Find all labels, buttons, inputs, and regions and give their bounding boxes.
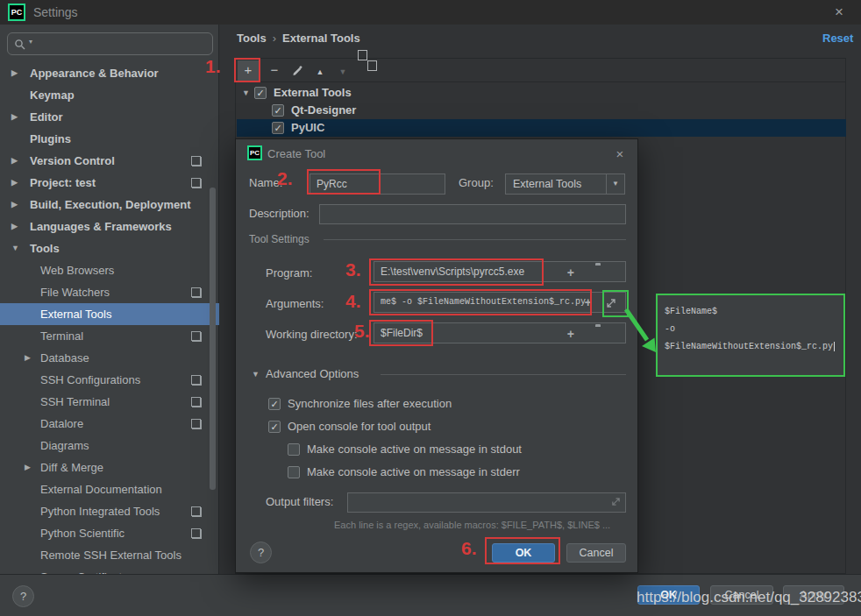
checkbox[interactable]: ✓ <box>268 398 281 410</box>
section-divider <box>324 239 626 240</box>
checkbox[interactable] <box>288 443 300 456</box>
expand-field-icon[interactable] <box>611 497 621 506</box>
checkbox-row-synchronize-files-after-execution[interactable]: ✓Synchronize files after execution <box>268 397 452 411</box>
sidebar-item-diff-merge[interactable]: ▶Diff & Merge <box>0 457 219 478</box>
sidebar-item-file-watchers[interactable]: File Watchers <box>0 281 219 303</box>
popup-line: -o <box>665 321 836 338</box>
annotation-step-1: 1. <box>205 56 221 77</box>
settings-search-input[interactable]: ▾ <box>7 32 213 55</box>
remove-tool-button[interactable]: − <box>264 60 285 81</box>
tree-row-external-tools[interactable]: ▼✓External Tools <box>237 84 846 102</box>
checkbox[interactable]: ✓ <box>268 421 281 433</box>
chevron-right-icon[interactable]: ▶ <box>11 172 18 194</box>
insert-macro-icon[interactable]: + <box>567 327 574 341</box>
sidebar-item-build-execution-deployment[interactable]: ▶Build, Execution, Deployment <box>0 194 219 216</box>
sidebar-item-label: Editor <box>30 110 63 124</box>
sidebar-item-project-test[interactable]: ▶Project: test <box>0 172 219 194</box>
tree-row-pyuic[interactable]: ✓PyUIC <box>237 119 846 137</box>
per-project-icon <box>191 397 202 407</box>
sidebar-item-ssh-terminal[interactable]: SSH Terminal <box>0 391 219 413</box>
sidebar-item-label: Python Scientific <box>40 527 125 540</box>
sidebar-item-tools[interactable]: ▼Tools <box>0 237 219 259</box>
sidebar-item-label: Languages & Frameworks <box>30 220 172 233</box>
chevron-right-icon[interactable]: ▶ <box>11 62 18 84</box>
text-cursor <box>834 342 835 351</box>
sidebar-item-languages-frameworks[interactable]: ▶Languages & Frameworks <box>0 216 219 237</box>
annotation-box-5 <box>369 320 433 346</box>
sidebar-item-version-control[interactable]: ▶Version Control <box>0 150 219 172</box>
group-label: Group: <box>459 176 494 189</box>
search-options-arrow-icon[interactable]: ▾ <box>29 38 32 46</box>
chevron-down-icon[interactable]: ▼ <box>606 174 624 194</box>
sidebar-item-database[interactable]: ▶Database <box>0 347 219 369</box>
sidebar-item-label: Tools <box>30 242 60 255</box>
description-input[interactable] <box>319 204 626 224</box>
sidebar-item-label: Python Integrated Tools <box>40 505 160 518</box>
dialog-title: Create Tool <box>267 147 325 160</box>
output-filters-input[interactable] <box>347 492 626 513</box>
sidebar-item-plugins[interactable]: Plugins <box>0 128 219 150</box>
checkbox-row-make-console-active-on-message-in-stderr[interactable]: Make console active on message in stderr <box>288 465 520 479</box>
checkbox[interactable]: ✓ <box>272 122 284 134</box>
copy-tool-button[interactable] <box>357 60 378 81</box>
dialog-close-icon[interactable]: × <box>611 145 629 163</box>
annotation-step-2: 2. <box>277 168 293 189</box>
tree-row-label: PyUIC <box>291 119 324 137</box>
chevron-right-icon[interactable]: ▶ <box>11 106 18 128</box>
advanced-options-label[interactable]: Advanced Options <box>266 367 359 380</box>
arrow-down-icon: ▼ <box>339 67 347 76</box>
chevron-right-icon[interactable]: ▶ <box>25 457 31 478</box>
dialog-cancel-button[interactable]: Cancel <box>566 543 626 563</box>
per-project-icon <box>191 528 202 539</box>
sidebar-item-python-scientific[interactable]: Python Scientific <box>0 522 219 544</box>
sidebar-item-web-browsers[interactable]: Web Browsers <box>0 259 219 281</box>
sidebar-item-server-certificates[interactable]: Server Certificates <box>0 566 219 574</box>
checkbox-row-open-console-for-tool-output[interactable]: ✓Open console for tool output <box>268 420 430 434</box>
close-icon[interactable]: × <box>829 4 849 21</box>
chevron-right-icon[interactable]: ▶ <box>25 347 31 369</box>
sidebar-item-external-documentation[interactable]: External Documentation <box>0 478 219 500</box>
tree-row-label: Qt-Designer <box>291 102 356 119</box>
sidebar-item-remote-ssh-external-tools[interactable]: Remote SSH External Tools <box>0 544 219 566</box>
sidebar-item-keymap[interactable]: Keymap <box>0 84 219 106</box>
chevron-right-icon[interactable]: ▶ <box>11 216 18 237</box>
checkbox[interactable] <box>288 466 300 478</box>
popup-line: $FileNameWithoutExtension$_rc.py <box>665 338 836 356</box>
sidebar-item-ssh-configurations[interactable]: SSH Configurations <box>0 369 219 391</box>
sidebar-item-label: Version Control <box>30 154 115 167</box>
reset-link[interactable]: Reset <box>822 32 853 45</box>
breadcrumb-parent[interactable]: Tools <box>237 32 267 45</box>
edit-tool-button[interactable] <box>287 60 308 81</box>
chevron-down-icon[interactable]: ▼ <box>242 84 250 102</box>
checkbox-row-make-console-active-on-message-in-stdout[interactable]: Make console active on message in stdout <box>288 443 522 457</box>
arguments-expanded-popup[interactable]: $FileName$-o$FileNameWithoutExtension$_r… <box>656 294 845 377</box>
annotation-arrow <box>623 305 665 359</box>
sidebar-item-appearance-behavior[interactable]: ▶Appearance & Behavior <box>0 62 219 84</box>
move-down-button[interactable]: ▼ <box>332 60 353 81</box>
collapse-arrow-icon[interactable]: ▼ <box>252 370 260 379</box>
sidebar-item-datalore[interactable]: Datalore <box>0 413 219 435</box>
sidebar-item-terminal[interactable]: Terminal <box>0 325 219 347</box>
dialog-help-button[interactable]: ? <box>250 542 272 563</box>
checkbox[interactable]: ✓ <box>254 87 267 99</box>
tree-row-qt-designer[interactable]: ✓Qt-Designer <box>237 102 846 119</box>
checkbox[interactable]: ✓ <box>272 104 284 117</box>
chevron-right-icon[interactable]: ▶ <box>11 194 18 216</box>
group-select[interactable]: External Tools ▼ <box>505 173 625 195</box>
sidebar-item-diagrams[interactable]: Diagrams <box>0 435 219 457</box>
pycharm-logo-icon: PC <box>247 145 262 160</box>
help-button[interactable]: ? <box>12 585 34 607</box>
sidebar-scrollbar[interactable] <box>210 188 216 490</box>
move-up-button[interactable]: ▲ <box>310 60 331 81</box>
tree-row-label: External Tools <box>274 84 352 102</box>
sidebar-item-external-tools[interactable]: External Tools <box>0 303 219 325</box>
checkbox-label: Synchronize files after execution <box>268 397 452 410</box>
checkbox-label: Make console active on message in stderr <box>288 465 520 478</box>
insert-macro-icon[interactable]: + <box>567 266 574 280</box>
chevron-right-icon[interactable]: ▶ <box>11 150 18 172</box>
sidebar-item-editor[interactable]: ▶Editor <box>0 106 219 128</box>
search-icon <box>14 39 26 51</box>
sidebar-item-label: Build, Execution, Deployment <box>30 198 190 211</box>
chevron-down-icon[interactable]: ▼ <box>11 237 19 259</box>
sidebar-item-python-integrated-tools[interactable]: Python Integrated Tools <box>0 500 219 522</box>
